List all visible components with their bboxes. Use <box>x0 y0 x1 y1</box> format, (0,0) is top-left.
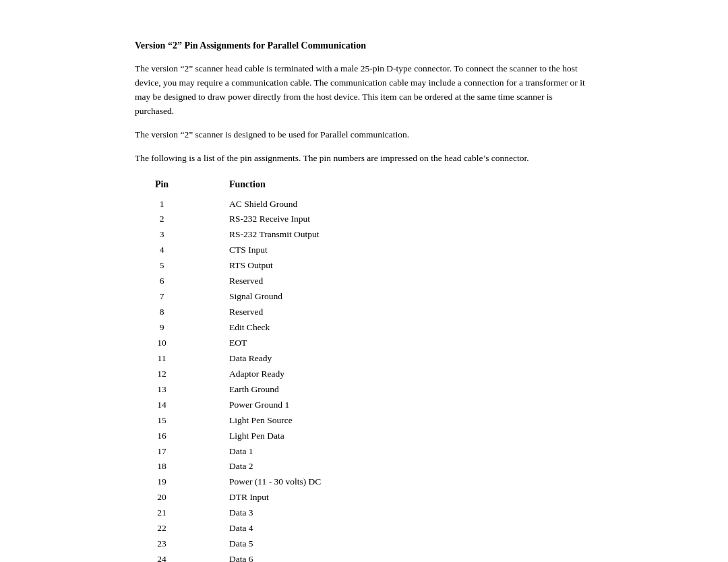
pin-function: Reserved <box>189 305 263 320</box>
table-row: 2RS-232 Receive Input <box>135 212 593 227</box>
pin-function: Data 1 <box>189 444 253 460</box>
pin-function: EOT <box>189 336 247 351</box>
pin-number: 4 <box>135 243 189 258</box>
pin-function: Light Pen Source <box>189 413 293 429</box>
paragraph-1: The version “2” scanner head cable is te… <box>135 62 593 119</box>
pin-number: 24 <box>135 552 189 562</box>
pin-number: 15 <box>135 413 189 429</box>
pin-function: RS-232 Receive Input <box>189 212 310 227</box>
pin-number: 10 <box>135 336 189 351</box>
pin-function: Power Ground 1 <box>189 398 289 413</box>
pin-function: Signal Ground <box>189 289 282 305</box>
col-function-header: Function <box>189 179 391 190</box>
table-row: 19Power (11 - 30 volts) DC <box>135 474 593 490</box>
pin-function: Adaptor Ready <box>189 367 284 382</box>
pin-number: 2 <box>135 212 189 227</box>
pin-function: RTS Output <box>189 258 273 274</box>
pin-number: 22 <box>135 521 189 536</box>
pin-number: 23 <box>135 536 189 552</box>
table-row: 3RS-232 Transmit Output <box>135 227 593 243</box>
pin-number: 17 <box>135 444 189 460</box>
pin-number: 1 <box>135 197 189 212</box>
pin-number: 21 <box>135 505 189 521</box>
table-row: 12Adaptor Ready <box>135 367 593 382</box>
table-row: 14Power Ground 1 <box>135 398 593 413</box>
pin-function: Light Pen Data <box>189 429 284 444</box>
table-row: 6Reserved <box>135 274 593 289</box>
pin-function: CTS Input <box>189 243 268 258</box>
table-row: 20DTR Input <box>135 490 593 505</box>
pin-number: 8 <box>135 305 189 320</box>
pin-number: 11 <box>135 351 189 367</box>
pin-function: Data 4 <box>189 521 253 536</box>
pin-number: 13 <box>135 382 189 398</box>
pin-number: 6 <box>135 274 189 289</box>
pin-function: Reserved <box>189 274 263 289</box>
pin-function: Edit Check <box>189 320 270 336</box>
table-row: 7Signal Ground <box>135 289 593 305</box>
table-row: 21Data 3 <box>135 505 593 521</box>
pin-number: 7 <box>135 289 189 305</box>
pin-function: Data 5 <box>189 536 253 552</box>
pin-function: Power (11 - 30 volts) DC <box>189 474 321 490</box>
page-container: Version “2” Pin Assignments for Parallel… <box>135 0 593 562</box>
paragraph-2: The version “2” scanner is designed to b… <box>135 128 593 142</box>
pin-function: Data 6 <box>189 552 253 562</box>
pin-function: Data 2 <box>189 459 253 474</box>
table-row: 13Earth Ground <box>135 382 593 398</box>
table-row: 11Data Ready <box>135 351 593 367</box>
pin-number: 20 <box>135 490 189 505</box>
pin-number: 18 <box>135 459 189 474</box>
pin-function: Earth Ground <box>189 382 279 398</box>
pin-number: 3 <box>135 227 189 243</box>
section-title: Version “2” Pin Assignments for Parallel… <box>135 40 593 51</box>
table-body: 1AC Shield Ground2RS-232 Receive Input3R… <box>135 197 593 562</box>
table-row: 9Edit Check <box>135 320 593 336</box>
pin-function: AC Shield Ground <box>189 197 297 212</box>
table-row: 1AC Shield Ground <box>135 197 593 212</box>
table-row: 4CTS Input <box>135 243 593 258</box>
pin-number: 12 <box>135 367 189 382</box>
table-row: 17Data 1 <box>135 444 593 460</box>
table-row: 24Data 6 <box>135 552 593 562</box>
pin-number: 16 <box>135 429 189 444</box>
paragraph-3: The following is a list of the pin assig… <box>135 152 593 166</box>
pin-function: RS-232 Transmit Output <box>189 227 320 243</box>
table-row: 15Light Pen Source <box>135 413 593 429</box>
pin-number: 14 <box>135 398 189 413</box>
pin-table: Pin Function 1AC Shield Ground2RS-232 Re… <box>135 179 593 562</box>
col-pin-header: Pin <box>135 179 189 190</box>
table-row: 23Data 5 <box>135 536 593 552</box>
pin-function: Data 3 <box>189 505 253 521</box>
table-row: 5RTS Output <box>135 258 593 274</box>
table-row: 16Light Pen Data <box>135 429 593 444</box>
pin-function: Data Ready <box>189 351 272 367</box>
table-row: 18Data 2 <box>135 459 593 474</box>
pin-function: DTR Input <box>189 490 269 505</box>
table-row: 22Data 4 <box>135 521 593 536</box>
table-row: 10EOT <box>135 336 593 351</box>
pin-number: 9 <box>135 320 189 336</box>
pin-number: 5 <box>135 258 189 274</box>
pin-number: 19 <box>135 474 189 490</box>
table-header: Pin Function <box>135 179 593 190</box>
table-row: 8Reserved <box>135 305 593 320</box>
